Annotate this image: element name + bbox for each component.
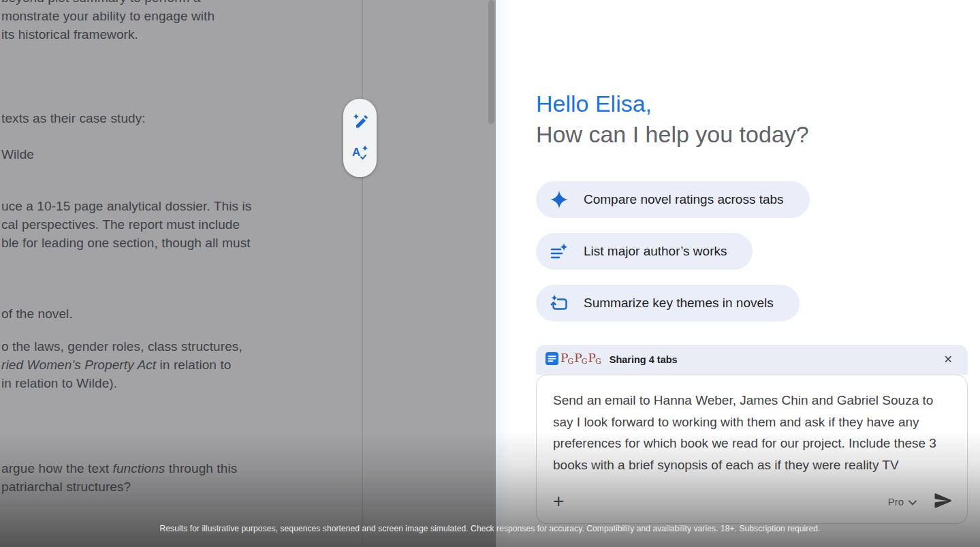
chip-label: List major author’s works (584, 244, 727, 259)
gutenberg-favicon: PG (560, 352, 573, 367)
model-picker[interactable]: Pro (888, 496, 917, 507)
prompt-input[interactable]: Send an email to Hanna Weber, James Chin… (537, 375, 967, 475)
gemini-panel: Hello Elisa, How can I help you today? C… (496, 0, 980, 547)
send-icon (933, 490, 953, 513)
chip-summarize-themes[interactable]: Summarize key themes in novels (536, 285, 800, 322)
composer-footer: + Pro (537, 488, 967, 523)
a-spark-check-icon: A (351, 144, 369, 163)
document-paragraph: beyond plot summary to perform amonstrat… (0, 0, 354, 44)
chip-label: Compare novel ratings across tabs (584, 192, 784, 207)
document-paragraph: texts as their case study: (0, 109, 354, 127)
summarize-spark-icon (550, 294, 569, 313)
document-column-divider (362, 0, 363, 547)
google-doc-favicon (546, 352, 560, 368)
document-paragraph: of the novel. (0, 304, 354, 323)
proofread-button[interactable]: A (351, 145, 369, 163)
document-text-line: uce a 10-15 page analytical dossier. Thi… (1, 197, 354, 215)
document-paragraph: Wilde (0, 145, 354, 163)
model-label: Pro (888, 496, 904, 507)
spark-icon (550, 190, 569, 209)
chevron-down-icon (908, 496, 917, 507)
document-text-line: o the laws, gender roles, class structur… (1, 337, 354, 356)
document-text-line: monstrate your ability to engage with (1, 7, 354, 25)
prompt-composer: Send an email to Hanna Weber, James Chin… (536, 375, 968, 524)
greeting-question: How can I help you today? (536, 119, 980, 150)
legal-disclaimer: Results for illustrative purposes, seque… (0, 524, 980, 533)
greeting-name: Hello Elisa, (536, 89, 980, 119)
list-spark-icon (550, 242, 569, 261)
document-paragraph: argue how the text functions through thi… (0, 459, 354, 496)
document-text-line: cal perspectives. The report must includ… (1, 215, 354, 234)
sharing-bar: PGPGPG Sharing 4 tabs ✕ (536, 345, 968, 375)
document-text-line: texts as their case study: (1, 109, 354, 127)
gutenberg-favicon: PG (574, 352, 587, 367)
chip-list-works[interactable]: List major author’s works (536, 233, 753, 270)
document-text-line: beyond plot summary to perform a (1, 0, 354, 7)
chip-compare-ratings[interactable]: Compare novel ratings across tabs (536, 181, 810, 218)
shared-tab-favicons: PGPGPG (546, 352, 601, 368)
sharing-label: Sharing 4 tabs (610, 354, 678, 365)
suggestion-chips: Compare novel ratings across tabs (536, 181, 980, 322)
document-paragraph: o the laws, gender roles, class structur… (0, 337, 354, 392)
pencil-spark-icon (352, 113, 368, 131)
greeting: Hello Elisa, How can I help you today? (536, 89, 980, 150)
screen: beyond plot summary to perform amonstrat… (0, 0, 980, 547)
add-attachment-button[interactable]: + (550, 492, 567, 511)
context-sharing-card: PGPGPG Sharing 4 tabs ✕ Send an email to… (536, 345, 968, 524)
chip-label: Summarize key themes in novels (584, 296, 774, 311)
document-text-line: of the novel. (1, 304, 354, 323)
help-me-write-button[interactable] (351, 114, 369, 131)
document-text-line: ried Women's Property Act in relation to (1, 356, 354, 374)
send-button[interactable] (933, 490, 953, 513)
scrollbar[interactable] (488, 0, 494, 124)
document-text-line: Wilde (1, 145, 354, 163)
svg-text:A: A (352, 146, 360, 159)
document-text-line: its historical framework. (1, 25, 354, 44)
document-text-line: in relation to Wilde). (1, 374, 354, 392)
gutenberg-favicon: PG (588, 352, 601, 367)
document-text-line: ble for leading one section, though all … (1, 234, 354, 252)
document-paragraph: uce a 10-15 page analytical dossier. Thi… (0, 197, 354, 252)
document-text-line: argue how the text functions through thi… (1, 459, 354, 478)
editing-tools-pill: A (343, 99, 377, 177)
document-pane: beyond plot summary to perform amonstrat… (0, 0, 496, 547)
close-icon[interactable]: ✕ (941, 351, 955, 368)
document-text-line: patriarchal structures? (1, 478, 354, 496)
